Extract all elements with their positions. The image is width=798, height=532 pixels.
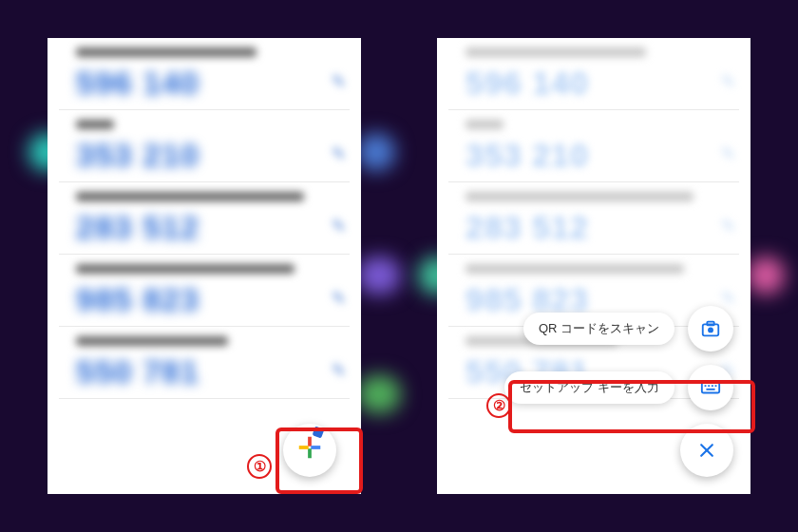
account-label: [76, 48, 256, 57]
edit-icon: ✎: [721, 71, 735, 92]
edit-icon: ✎: [332, 288, 346, 309]
keyboard-icon: [688, 365, 733, 410]
account-row[interactable]: 353 210✎: [59, 110, 350, 182]
close-icon: [680, 424, 733, 477]
edit-icon: ✎: [332, 216, 346, 237]
otp-code: 596 140: [466, 65, 722, 102]
account-label: [466, 192, 694, 201]
edit-icon: ✎: [721, 143, 735, 164]
add-account-fab[interactable]: [283, 424, 336, 477]
account-label: [466, 120, 504, 129]
account-row[interactable]: 550 781✎: [59, 327, 350, 399]
otp-code: 283 512: [76, 209, 332, 246]
account-label: [76, 264, 294, 274]
camera-icon: [688, 306, 733, 352]
svg-rect-10: [712, 385, 713, 387]
edit-icon: ✎: [332, 360, 346, 381]
account-label: [76, 120, 114, 129]
close-speed-dial[interactable]: [458, 424, 733, 477]
account-row[interactable]: 596 140✎: [448, 38, 739, 110]
edit-icon: ✎: [332, 71, 346, 92]
otp-code: 985 823: [76, 281, 332, 318]
add-account-speed-dial: QR コードをスキャン セットアップ キーを入力: [458, 293, 733, 477]
account-row[interactable]: 283 512✎: [59, 182, 350, 255]
account-row[interactable]: 596 140✎: [59, 38, 350, 110]
scan-qr-option[interactable]: QR コードをスキャン: [458, 306, 733, 352]
svg-rect-2: [308, 448, 312, 458]
account-label: [466, 48, 646, 57]
svg-rect-12: [706, 389, 714, 390]
account-label: [76, 192, 304, 201]
otp-code: 283 512: [466, 209, 722, 246]
enter-key-label: セットアップ キーを入力: [504, 371, 674, 404]
account-row[interactable]: 353 210✎: [448, 110, 739, 182]
account-row[interactable]: 283 512✎: [448, 182, 739, 255]
svg-rect-1: [311, 446, 320, 449]
edit-icon: ✎: [721, 216, 735, 237]
svg-rect-8: [705, 385, 707, 387]
otp-code: 353 210: [76, 137, 332, 174]
svg-rect-0: [308, 437, 312, 446]
callout-badge-2: ②: [486, 393, 511, 418]
otp-code: 550 781: [76, 353, 332, 390]
svg-rect-7: [702, 383, 719, 393]
authenticator-screen-before: 596 140✎353 210✎283 512✎985 823✎550 781✎: [48, 38, 361, 494]
svg-rect-3: [299, 446, 309, 449]
account-label: [466, 264, 684, 274]
otp-code: 596 140: [76, 65, 332, 102]
account-row[interactable]: 985 823✎: [59, 255, 350, 327]
plus-icon: [295, 433, 324, 467]
svg-rect-11: [715, 385, 717, 387]
svg-rect-9: [708, 385, 710, 387]
svg-point-5: [708, 327, 713, 332]
edit-icon: ✎: [332, 143, 346, 164]
account-label: [76, 336, 228, 346]
authenticator-screen-menu: 596 140✎353 210✎283 512✎985 823✎550 781✎…: [437, 38, 750, 494]
callout-badge-1: ①: [247, 454, 272, 479]
otp-code: 353 210: [466, 137, 722, 174]
scan-qr-label: QR コードをスキャン: [523, 313, 674, 345]
